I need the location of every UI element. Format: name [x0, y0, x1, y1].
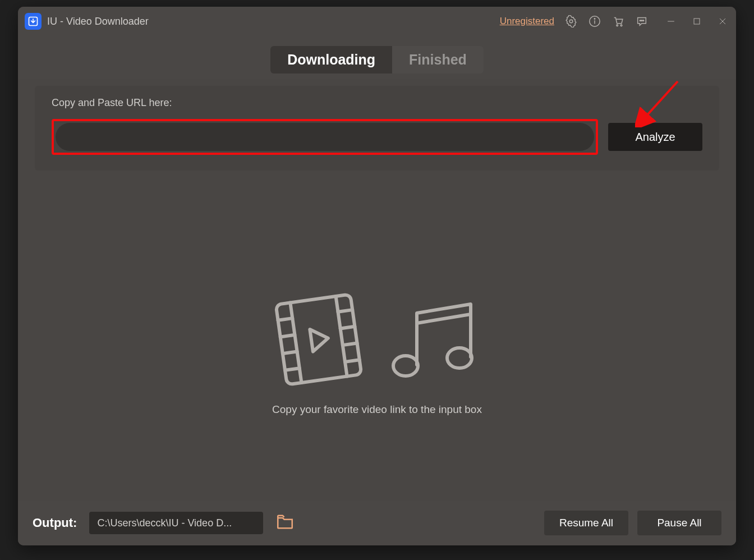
titlebar: IU - Video Downloader Unregistered: [18, 7, 736, 36]
analyze-button[interactable]: Analyze: [608, 123, 702, 151]
svg-rect-11: [694, 19, 700, 24]
svg-point-9: [643, 20, 644, 21]
svg-line-22: [341, 327, 355, 329]
svg-point-8: [641, 20, 642, 21]
close-icon[interactable]: [716, 15, 729, 28]
svg-line-16: [336, 296, 347, 377]
music-icon: [382, 292, 483, 389]
svg-line-17: [278, 318, 293, 320]
open-folder-button[interactable]: [275, 512, 295, 534]
output-label: Output:: [33, 516, 77, 530]
svg-line-18: [281, 335, 295, 337]
svg-line-19: [283, 352, 297, 354]
window-controls: [664, 15, 729, 28]
main-area: Copy and Paste URL here: Analyze: [18, 79, 736, 501]
info-icon[interactable]: [588, 15, 601, 28]
pause-all-button[interactable]: Pause All: [637, 511, 721, 535]
tab-downloading[interactable]: Downloading: [270, 46, 392, 74]
app-logo-icon: [25, 13, 42, 30]
footer: Output: C:\Users\decck\IU - Video D... R…: [18, 501, 736, 545]
cart-icon[interactable]: [612, 15, 625, 28]
minimize-icon[interactable]: [664, 15, 678, 28]
url-label: Copy and Paste URL here:: [52, 97, 702, 109]
svg-point-4: [594, 19, 595, 19]
svg-point-1: [569, 20, 573, 23]
svg-point-7: [640, 20, 641, 21]
svg-point-6: [620, 25, 622, 26]
url-input-highlight: [52, 119, 598, 155]
footer-buttons: Resume All Pause All: [544, 511, 721, 535]
svg-marker-25: [310, 327, 329, 352]
settings-icon[interactable]: [564, 15, 578, 28]
app-title: IU - Video Downloader: [47, 16, 149, 27]
tab-finished[interactable]: Finished: [392, 46, 484, 74]
svg-line-20: [285, 368, 300, 370]
url-row: Analyze: [52, 119, 702, 155]
svg-line-23: [343, 343, 357, 346]
url-panel: Copy and Paste URL here: Analyze: [35, 86, 719, 171]
app-window: IU - Video Downloader Unregistered: [18, 7, 736, 545]
svg-line-24: [345, 360, 360, 362]
tab-group: Downloading Finished: [270, 46, 484, 74]
svg-point-28: [447, 348, 472, 368]
empty-state: Copy your favorite video link to the inp…: [35, 204, 719, 501]
svg-line-21: [338, 310, 352, 312]
titlebar-right: Unregistered: [500, 15, 729, 28]
output-path[interactable]: C:\Users\decck\IU - Video D...: [89, 512, 263, 534]
tabs: Downloading Finished: [18, 36, 736, 79]
empty-state-text: Copy your favorite video link to the inp…: [272, 403, 482, 416]
maximize-icon[interactable]: [690, 15, 704, 28]
resume-all-button[interactable]: Resume All: [544, 511, 628, 535]
unregistered-link[interactable]: Unregistered: [500, 16, 554, 27]
svg-point-27: [393, 356, 418, 376]
svg-point-5: [617, 25, 618, 26]
feedback-icon[interactable]: [635, 15, 649, 28]
empty-state-icons: [271, 289, 483, 392]
film-icon: [271, 289, 366, 392]
url-input[interactable]: [56, 123, 594, 151]
svg-line-26: [417, 314, 471, 323]
